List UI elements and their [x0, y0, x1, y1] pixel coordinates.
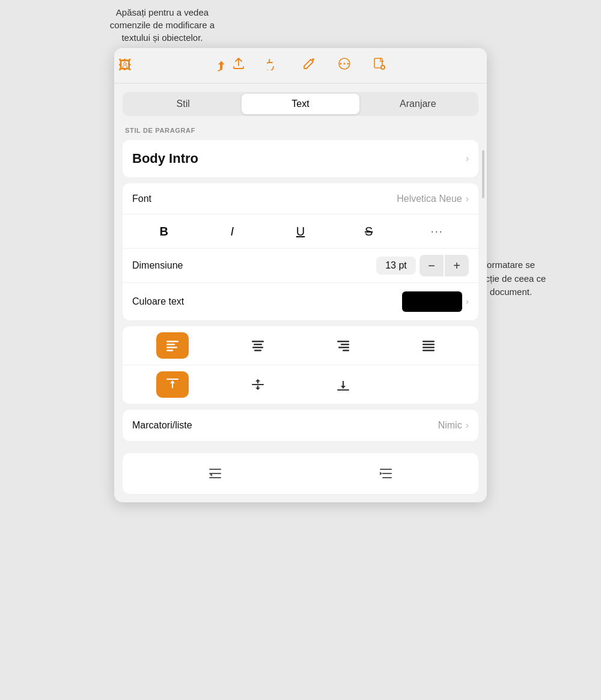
increase-indent-button[interactable] — [370, 460, 402, 487]
document-view-icon[interactable] — [373, 57, 386, 74]
svg-marker-38 — [380, 472, 382, 475]
svg-rect-22 — [423, 347, 435, 348]
svg-rect-29 — [337, 389, 349, 391]
svg-rect-11 — [166, 350, 173, 352]
toolbar: 🖼 ⮭ — [114, 48, 487, 84]
svg-rect-24 — [166, 379, 178, 380]
font-label: Font — [132, 193, 151, 204]
svg-point-0 — [312, 58, 314, 61]
svg-rect-26 — [252, 384, 264, 385]
scrollbar[interactable] — [482, 150, 484, 198]
panel-content: STIL DE PARAGRAF Body Intro › Font Helve… — [114, 116, 487, 502]
bullets-row[interactable]: Marcatori/liste Nimic › — [123, 410, 478, 441]
size-controls: 13 pt − + — [376, 255, 469, 276]
size-label: Dimensiune — [132, 260, 183, 271]
svg-rect-21 — [423, 344, 435, 345]
format-buttons-row: B I U S ··· — [123, 215, 478, 249]
svg-rect-33 — [209, 477, 221, 478]
align-center-button[interactable] — [242, 332, 274, 359]
tab-stil[interactable]: Stil — [124, 94, 242, 114]
svg-rect-9 — [166, 344, 175, 345]
svg-rect-12 — [252, 341, 264, 342]
bold-button[interactable]: B — [151, 221, 177, 242]
tooltip-top-text: Apăsați pentru a vedea comenzile de modi… — [110, 7, 215, 43]
svg-rect-36 — [382, 473, 392, 474]
align-left-button[interactable] — [156, 332, 189, 359]
svg-rect-20 — [423, 341, 435, 342]
size-value[interactable]: 13 pt — [376, 257, 416, 275]
svg-rect-19 — [343, 350, 349, 352]
align-right-button[interactable] — [327, 332, 359, 359]
align-justify-button[interactable] — [412, 332, 445, 359]
toolbar-image-icon[interactable]: 🖼 — [114, 48, 136, 83]
bullets-label: Marcatori/liste — [132, 420, 192, 431]
font-row[interactable]: Font Helvetica Neue › — [123, 183, 478, 215]
paragraph-style-card: Body Intro › — [123, 140, 478, 177]
vertical-align-row — [123, 365, 478, 404]
paragraph-style-row[interactable]: Body Intro › — [123, 140, 478, 177]
valign-top-button[interactable] — [156, 371, 189, 398]
svg-rect-10 — [166, 347, 177, 348]
share-icon[interactable]: ⮭ — [215, 57, 245, 74]
svg-marker-27 — [255, 379, 260, 383]
svg-point-1 — [340, 63, 342, 65]
svg-point-2 — [344, 63, 346, 65]
format-brush-icon[interactable] — [302, 56, 316, 75]
section-paragraph-label: STIL DE PARAGRAF — [123, 127, 478, 134]
svg-marker-28 — [255, 386, 260, 390]
horizontal-align-row — [123, 326, 478, 365]
svg-rect-23 — [423, 350, 435, 352]
paragraph-style-chevron: › — [466, 153, 469, 164]
bullets-value-text: Nimic — [438, 420, 462, 431]
size-increase-button[interactable]: + — [445, 255, 469, 276]
bullets-card: Marcatori/liste Nimic › — [123, 410, 478, 441]
underline-button[interactable]: U — [287, 221, 314, 242]
size-decrease-button[interactable]: − — [419, 255, 444, 276]
size-row: Dimensiune 13 pt − + — [123, 249, 478, 283]
svg-rect-16 — [337, 341, 349, 342]
more-format-button[interactable]: ··· — [424, 221, 450, 242]
svg-marker-25 — [170, 380, 175, 388]
italic-button[interactable]: I — [219, 221, 245, 242]
format-tabs: Stil Text Aranjare — [123, 92, 478, 116]
tooltip-top: Apăsați pentru a vedea comenzile de modi… — [96, 6, 228, 44]
color-swatch[interactable] — [402, 291, 462, 312]
svg-rect-14 — [252, 347, 263, 348]
svg-rect-13 — [254, 344, 262, 345]
svg-rect-31 — [209, 469, 221, 470]
svg-rect-35 — [380, 469, 392, 470]
alignment-card — [123, 326, 478, 404]
color-row[interactable]: Culoare text › — [123, 283, 478, 320]
svg-point-3 — [347, 63, 349, 65]
svg-rect-18 — [338, 347, 349, 348]
color-value: › — [402, 291, 469, 312]
svg-rect-37 — [382, 477, 392, 478]
bullets-value: Nimic › — [438, 420, 469, 431]
format-panel: 🖼 ⮭ — [114, 48, 487, 502]
paragraph-style-name: Body Intro — [132, 151, 198, 166]
tab-text[interactable]: Text — [242, 94, 359, 114]
indent-row — [123, 453, 478, 494]
svg-rect-17 — [341, 344, 349, 345]
svg-point-7 — [382, 66, 384, 68]
undo-icon[interactable] — [267, 57, 280, 74]
tab-aranjare[interactable]: Aranjare — [359, 94, 477, 114]
strikethrough-button[interactable]: S — [356, 221, 382, 242]
font-chevron: › — [466, 193, 469, 204]
color-chevron: › — [466, 296, 469, 307]
svg-rect-15 — [254, 350, 261, 352]
font-format-card: Font Helvetica Neue › B I U S ··· Dimens… — [123, 183, 478, 320]
valign-bottom-button[interactable] — [327, 371, 359, 398]
svg-rect-8 — [166, 341, 178, 342]
more-options-icon[interactable] — [338, 57, 351, 74]
font-value: Helvetica Neue › — [397, 193, 469, 204]
decrease-indent-button[interactable] — [199, 460, 231, 487]
bullets-chevron: › — [466, 420, 469, 431]
font-name: Helvetica Neue — [397, 193, 462, 204]
valign-middle-button[interactable] — [242, 371, 274, 398]
svg-marker-30 — [341, 381, 346, 389]
color-label: Culoare text — [132, 296, 184, 307]
